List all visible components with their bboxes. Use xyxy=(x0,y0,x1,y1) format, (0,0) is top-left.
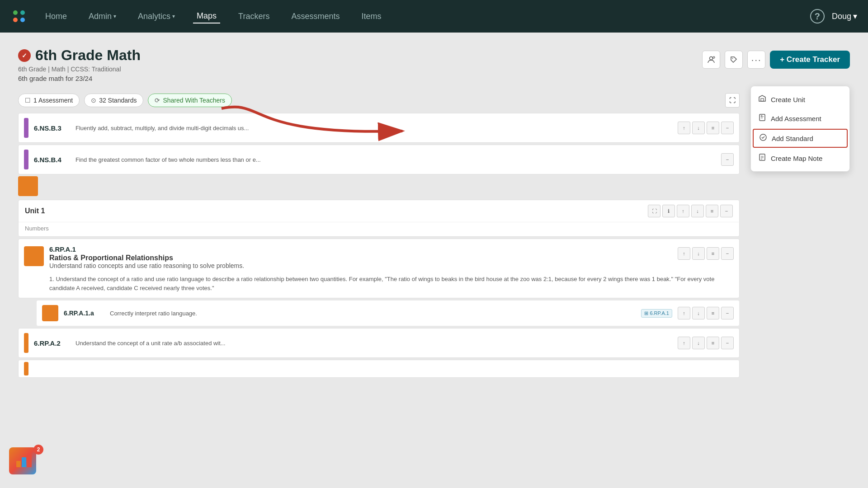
exp-std-move-down-btn[interactable]: ↓ xyxy=(692,247,705,260)
std2-list-btn[interactable]: ≡ xyxy=(707,337,719,349)
assessment-filter-icon: ☐ xyxy=(25,97,31,104)
nav-items[interactable]: Items xyxy=(358,10,385,23)
standard-description: Find the greatest common factor of two w… xyxy=(75,156,716,163)
std-move-up-button[interactable]: ↑ xyxy=(678,122,690,134)
standard-description: Fluently add, subtract, multiply, and di… xyxy=(75,125,672,131)
exp-std-action-buttons: ↑ ↓ ≡ − xyxy=(678,245,734,260)
side-panel: Create Unit Add Assessment xyxy=(750,86,850,380)
navbar: Home Admin ▾ Analytics ▾ Maps Trackers A… xyxy=(0,0,868,33)
exp-std-subtitle: Understand ratio concepts and use ratio … xyxy=(49,262,672,269)
std-color-indicator xyxy=(24,118,28,138)
std2-move-up-btn[interactable]: ↑ xyxy=(678,337,690,349)
standards-filter[interactable]: ⊙ 32 Standards xyxy=(84,94,143,107)
filter-row: ☐ 1 Assessment ⊙ 32 Standards ⟳ Shared W… xyxy=(18,93,740,108)
sub-std-move-down-btn[interactable]: ↓ xyxy=(692,307,705,319)
std-color-indicator xyxy=(24,150,28,169)
page-header: 6th Grade Math 6th Grade | Math | CCSS: … xyxy=(18,47,850,82)
menu-item-create-map-note[interactable]: Create Map Note xyxy=(751,149,849,168)
user-menu[interactable]: Doug ▾ xyxy=(832,11,857,21)
badge-icon xyxy=(9,447,36,474)
std-move-down-button[interactable]: ↓ xyxy=(692,122,705,134)
exp-std-list-btn[interactable]: ≡ xyxy=(707,247,719,260)
app-logo[interactable] xyxy=(11,8,27,24)
unit-section: Unit 1 ⛶ ℹ ↑ ↓ ≡ − Numbers xyxy=(18,200,740,237)
std-collapse-button[interactable]: − xyxy=(721,122,734,134)
std-list-button[interactable]: ≡ xyxy=(707,122,719,134)
nav-admin[interactable]: Admin ▾ xyxy=(85,10,120,23)
help-button[interactable]: ? xyxy=(810,9,825,23)
content-area: ☐ 1 Assessment ⊙ 32 Standards ⟳ Shared W… xyxy=(18,86,850,380)
svg-point-3 xyxy=(20,18,25,22)
svg-point-0 xyxy=(13,10,18,15)
svg-rect-10 xyxy=(760,154,765,160)
standard-row-6nsb3: 6.NS.B.3 Fluently add, subtract, multipl… xyxy=(18,113,740,143)
page-title: 6th Grade Math xyxy=(18,47,702,64)
main-content: 6th Grade Math 6th Grade | Math | CCSS: … xyxy=(0,33,868,394)
std2-collapse-btn[interactable]: − xyxy=(721,337,734,349)
shared-teachers-filter[interactable]: ⟳ Shared With Teachers xyxy=(148,94,231,107)
std-collapse-button[interactable]: − xyxy=(721,153,734,166)
unit-move-up-btn[interactable]: ↑ xyxy=(677,205,689,217)
sub-std-badge: ⊞ 6.RP.A.1 xyxy=(641,309,672,318)
notification-badge[interactable]: 2 xyxy=(9,447,41,479)
exp-std-collapse-btn[interactable]: − xyxy=(721,247,734,260)
sub-std-list-btn[interactable]: ≡ xyxy=(707,307,719,319)
create-map-note-icon xyxy=(758,153,766,163)
standard-actions: ↑ ↓ ≡ − xyxy=(678,122,734,134)
std2-color-indicator xyxy=(24,333,28,353)
standard-code: 6.NS.B.4 xyxy=(34,156,70,164)
add-standard-icon xyxy=(759,133,767,143)
svg-point-2 xyxy=(13,18,18,22)
expand-button[interactable]: ⛶ xyxy=(725,93,740,108)
exp-std-color-block xyxy=(24,246,44,266)
share-icon-button[interactable] xyxy=(702,51,720,69)
sub-std-move-up-btn[interactable]: ↑ xyxy=(678,307,690,319)
sub-std-collapse-btn[interactable]: − xyxy=(721,307,734,319)
menu-item-add-standard[interactable]: Add Standard xyxy=(753,129,848,148)
assessment-filter[interactable]: ☐ 1 Assessment xyxy=(18,94,80,107)
create-unit-icon xyxy=(758,94,766,104)
standards-filter-icon: ⊙ xyxy=(91,97,96,104)
standard-code: 6.NS.B.3 xyxy=(34,124,70,132)
unit-title: Unit 1 xyxy=(25,207,45,215)
exp-std-title: Ratios & Proportional Relationships xyxy=(49,254,672,262)
svg-point-4 xyxy=(710,57,713,60)
nav-home[interactable]: Home xyxy=(42,10,71,23)
page-title-section: 6th Grade Math 6th Grade | Math | CCSS: … xyxy=(18,47,702,82)
sub-std-desc: Correctly interpret ratio language. xyxy=(110,310,636,317)
color-only-section xyxy=(18,176,740,198)
tag-icon-button[interactable] xyxy=(725,51,743,69)
header-actions: ··· + Create Tracker xyxy=(702,51,850,69)
menu-item-create-unit[interactable]: Create Unit xyxy=(751,90,849,109)
unit-header-actions: ⛶ ℹ ↑ ↓ ≡ − xyxy=(648,205,733,217)
svg-point-1 xyxy=(20,10,25,15)
unit-expand-btn[interactable]: ⛶ xyxy=(648,205,660,217)
user-chevron-icon: ▾ xyxy=(853,11,857,21)
nav-assessments[interactable]: Assessments xyxy=(288,10,343,23)
exp-std-move-up-btn[interactable]: ↑ xyxy=(678,247,690,260)
nav-right-section: ? Doug ▾ xyxy=(810,9,857,23)
unit-info-btn[interactable]: ℹ xyxy=(662,205,675,217)
sub-standard-6rpa1a: 6.RP.A.1.a Correctly interpret ratio lan… xyxy=(36,300,740,326)
nav-trackers[interactable]: Trackers xyxy=(235,10,273,23)
std2-move-down-btn[interactable]: ↓ xyxy=(692,337,705,349)
unit-collapse-btn[interactable]: − xyxy=(720,205,733,217)
nav-analytics[interactable]: Analytics ▾ xyxy=(134,10,179,23)
shared-filter-icon: ⟳ xyxy=(155,97,160,104)
expanded-std-header: 6.RP.A.1 Ratios & Proportional Relations… xyxy=(19,239,739,275)
svg-rect-13 xyxy=(22,457,26,467)
exp-std-code: 6.RP.A.1 xyxy=(49,245,672,253)
title-badge-icon xyxy=(18,49,31,62)
create-tracker-button[interactable]: + Create Tracker xyxy=(770,51,850,69)
unit-subtitle: Numbers xyxy=(19,222,739,236)
sub-std-color xyxy=(42,305,58,321)
more-options-button[interactable]: ··· xyxy=(747,51,765,69)
sub-std-code: 6.RP.A.1.a xyxy=(64,310,104,317)
unit-move-down-btn[interactable]: ↓ xyxy=(691,205,704,217)
sub-std-actions: ↑ ↓ ≡ − xyxy=(678,307,734,319)
unit-list-btn[interactable]: ≡ xyxy=(706,205,718,217)
nav-maps[interactable]: Maps xyxy=(193,9,220,23)
menu-item-add-assessment[interactable]: Add Assessment xyxy=(751,109,849,128)
admin-chevron-icon: ▾ xyxy=(113,13,116,19)
partial-bottom-row xyxy=(18,360,740,378)
